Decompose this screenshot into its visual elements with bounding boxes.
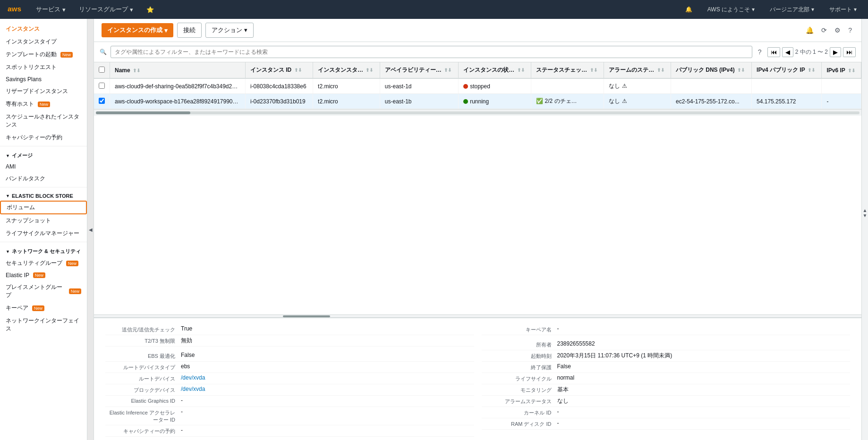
detail-value: -	[557, 325, 851, 332]
sidebar-item-instance-types[interactable]: インスタンスタイプ	[0, 35, 87, 48]
table-row[interactable]: aws-cloud9-def-sharing-0ea5b82f9f7c4b349…	[94, 78, 861, 94]
welcome-menu[interactable]: AWS にようこそ ▾	[704, 4, 758, 16]
chevron-down-icon: ▾	[811, 6, 814, 13]
col-header-ipv6[interactable]: IPv6 IP ⬆⬇	[822, 62, 861, 78]
col-header-status[interactable]: インスタンスの状… ⬆⬇	[459, 62, 531, 78]
cell-dns	[671, 78, 751, 94]
create-instance-button[interactable]: インスタンスの作成 ▾	[102, 23, 173, 37]
cell-ipv4	[752, 78, 822, 94]
col-header-ipv4[interactable]: IPv4 パブリック IP ⬆⬇	[752, 62, 822, 78]
detail-value: 2020年3月15日 11:07:36 UTC+9 (1 時間未満)	[557, 352, 851, 360]
horizontal-scrollbar[interactable]	[94, 109, 861, 116]
row-checkbox-cell[interactable]	[94, 78, 110, 94]
sidebar-item-lifecycle-manager[interactable]: ライフサイクルマネージャー	[0, 227, 87, 240]
main-layout: インスタンス インスタンスタイプ テンプレートの起動 New スポットリクエスト…	[0, 19, 868, 440]
cell-instance-id: i-0d23370fb3d31b019	[245, 94, 313, 109]
detail-value-text: -	[181, 397, 183, 404]
vertical-resize-handle[interactable]: ▲ ▼	[861, 19, 868, 440]
services-menu[interactable]: サービス ▾	[32, 3, 69, 16]
sidebar-item-reserved-instances[interactable]: リザーブドインスタンス	[0, 85, 87, 98]
sidebar-item-scheduled-instances[interactable]: スケジュールされたインスタンス	[0, 110, 87, 131]
svg-text:aws: aws	[8, 5, 21, 13]
sidebar-item-bundle-tasks[interactable]: バンドルタスク	[0, 172, 87, 185]
refresh-icon[interactable]: ⟳	[819, 25, 829, 36]
nav-right: 🔔 AWS にようこそ ▾ バージニア北部 ▾ サポート ▾	[681, 4, 860, 16]
detail-row: キャパシティーの予約 -	[105, 425, 474, 437]
col-header-alarm[interactable]: アラームのステ… ⬆⬇	[604, 62, 671, 78]
pagination-next-btn[interactable]: ▶	[830, 47, 841, 57]
detail-label: Elastic Graphics ID	[105, 397, 181, 404]
sidebar-item-ami[interactable]: AMI	[0, 161, 87, 172]
col-header-az[interactable]: アベイラビリティー… ⬆⬇	[380, 62, 458, 78]
detail-row: モニタリング 基本	[482, 384, 851, 396]
detail-value-text: -	[557, 420, 559, 426]
select-all-header[interactable]	[94, 62, 110, 78]
sidebar-item-spot-requests[interactable]: スポットリクエスト	[0, 61, 87, 74]
pagination-first-btn[interactable]: ⏮	[767, 47, 780, 57]
sidebar-item-instances[interactable]: インスタンス	[0, 23, 87, 35]
resource-groups-menu[interactable]: リソースグループ ▾	[75, 3, 137, 16]
help-icon[interactable]: ?	[846, 25, 854, 36]
alarm-icon[interactable]: 🔔	[804, 25, 816, 36]
sidebar-item-elastic-ip[interactable]: Elastic IP New	[0, 270, 87, 281]
bell-icon[interactable]: 🔔	[681, 4, 696, 15]
sidebar-item-capacity-reservation[interactable]: キャパシティーの予約	[0, 131, 87, 144]
sidebar-item-snapshots[interactable]: スナップショット	[0, 214, 87, 227]
toolbar: インスタンスの作成 ▾ 接続 アクション ▾ 🔔 ⟳ ⚙ ?	[94, 19, 861, 42]
detail-link[interactable]: /dev/xvda	[181, 386, 205, 392]
sidebar-item-network-interfaces[interactable]: ネットワークインターフェイス	[0, 314, 87, 335]
pagination: ⏮ ◀ 2 中の 1 〜 2 ▶ ⏭	[767, 47, 856, 57]
sidebar-item-security-groups[interactable]: セキュリティグループ New	[0, 257, 87, 270]
cell-alarm: なし ⚠	[604, 94, 671, 109]
col-header-name[interactable]: Name ⬆⬇	[110, 62, 246, 78]
sidebar-item-volumes[interactable]: ボリューム	[0, 201, 87, 214]
sidebar-item-dedicated-hosts[interactable]: 専有ホスト New	[0, 98, 87, 110]
detail-value: ebs	[181, 363, 474, 370]
pagination-prev-btn[interactable]: ◀	[782, 47, 793, 57]
col-header-dns[interactable]: パブリック DNS (IPv4) ⬆⬇	[671, 62, 751, 78]
detail-left-col: 送信元/送信先チェック True T2/T3 無制限 無効 EBS 最適化 Fa…	[102, 322, 478, 439]
search-input[interactable]	[111, 46, 752, 58]
detail-value-text: 無効	[181, 337, 192, 344]
sidebar: インスタンス インスタンスタイプ テンプレートの起動 New スポットリクエスト…	[0, 19, 87, 440]
cell-ipv6	[822, 78, 861, 94]
sidebar-item-placement-groups[interactable]: プレイスメントグループ New	[0, 281, 87, 302]
support-menu[interactable]: サポート ▾	[825, 4, 860, 16]
connect-button[interactable]: 接続	[177, 23, 202, 38]
detail-value-text: -	[181, 427, 183, 433]
detail-value-text: 基本	[557, 386, 569, 393]
chevron-down-icon: ▾	[130, 6, 133, 13]
top-nav: aws サービス ▾ リソースグループ ▾ ⭐ 🔔 AWS にようこそ ▾ バー…	[0, 0, 868, 19]
table-row[interactable]: aws-cloud9-workspace-b176ea28f8924917990…	[94, 94, 861, 109]
region-menu[interactable]: バージニア北部 ▾	[766, 4, 818, 16]
select-all-checkbox[interactable]	[99, 67, 105, 73]
col-header-type[interactable]: インスタンスタ… ⬆⬇	[313, 62, 380, 78]
aws-logo: aws	[8, 5, 23, 14]
detail-label: ルートデバイスタイプ	[105, 363, 181, 371]
sidebar-item-launch-templates[interactable]: テンプレートの起動 New	[0, 48, 87, 61]
sidebar-item-savings-plans[interactable]: Savings Plans	[0, 74, 87, 85]
sidebar-item-key-pairs[interactable]: キーペア New	[0, 302, 87, 314]
bookmark-icon[interactable]: ⭐	[143, 4, 158, 15]
chevron-down-icon: ▾	[62, 6, 66, 13]
detail-label: ルートデバイス	[105, 374, 181, 382]
sidebar-collapse-btn[interactable]: ◀	[87, 19, 94, 440]
pagination-last-btn[interactable]: ⏭	[843, 47, 856, 57]
settings-icon[interactable]: ⚙	[833, 25, 842, 36]
chevron-down-icon: ▾	[244, 26, 247, 34]
detail-panel-wrapper: 送信元/送信先チェック True T2/T3 無制限 無効 EBS 最適化 Fa…	[94, 314, 861, 440]
instances-table: Name ⬆⬇ インスタンス ID ⬆⬇ インスタンスタ… ⬆⬇ アベイラビリテ…	[94, 62, 861, 109]
detail-label: RAM ディスク ID	[482, 420, 557, 428]
row-checkbox[interactable]	[99, 98, 105, 104]
col-header-status-check[interactable]: ステータスチェッ… ⬆⬇	[531, 62, 604, 78]
row-checkbox-cell[interactable]	[94, 94, 110, 109]
row-checkbox[interactable]	[99, 83, 105, 89]
detail-label: 所有者	[482, 340, 557, 348]
detail-link[interactable]: /dev/xvda	[181, 374, 205, 381]
search-help-icon[interactable]: ?	[756, 46, 764, 58]
detail-value: /dev/xvda	[181, 386, 474, 392]
col-header-instance-id[interactable]: インスタンス ID ⬆⬇	[245, 62, 313, 78]
detail-row: ブロックデバイス /dev/xvda	[105, 384, 474, 396]
scroll-thumb	[96, 111, 190, 114]
actions-button[interactable]: アクション ▾	[205, 23, 254, 38]
